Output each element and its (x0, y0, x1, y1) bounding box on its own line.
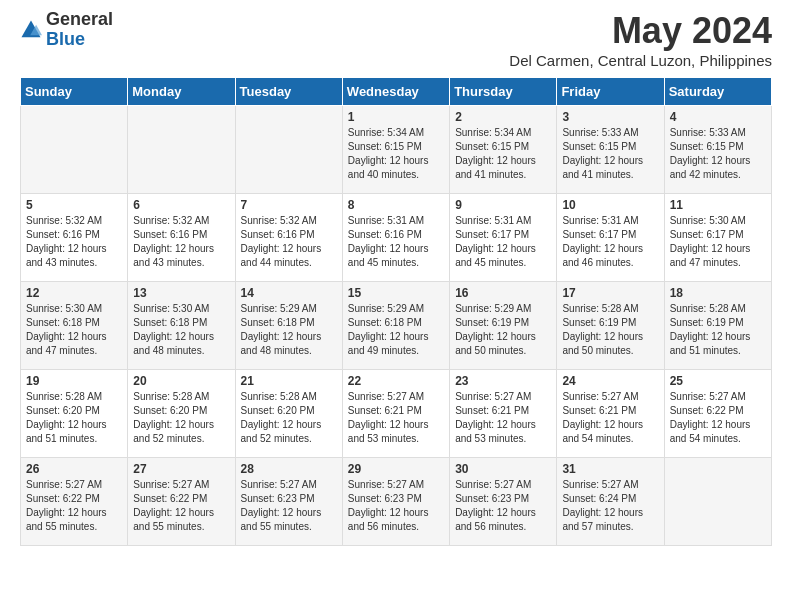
calendar-cell-w4-d2: 21Sunrise: 5:28 AMSunset: 6:20 PMDayligh… (235, 370, 342, 458)
day-number: 5 (26, 198, 122, 212)
day-number: 10 (562, 198, 658, 212)
header-sunday: Sunday (21, 78, 128, 106)
calendar-cell-w5-d1: 27Sunrise: 5:27 AMSunset: 6:22 PMDayligh… (128, 458, 235, 546)
day-info: Sunrise: 5:32 AMSunset: 6:16 PMDaylight:… (26, 214, 122, 270)
day-info: Sunrise: 5:33 AMSunset: 6:15 PMDaylight:… (670, 126, 766, 182)
day-info: Sunrise: 5:31 AMSunset: 6:17 PMDaylight:… (455, 214, 551, 270)
day-info: Sunrise: 5:30 AMSunset: 6:18 PMDaylight:… (26, 302, 122, 358)
day-number: 14 (241, 286, 337, 300)
day-info: Sunrise: 5:27 AMSunset: 6:22 PMDaylight:… (670, 390, 766, 446)
day-info: Sunrise: 5:28 AMSunset: 6:19 PMDaylight:… (670, 302, 766, 358)
day-info: Sunrise: 5:34 AMSunset: 6:15 PMDaylight:… (348, 126, 444, 182)
day-number: 9 (455, 198, 551, 212)
day-info: Sunrise: 5:32 AMSunset: 6:16 PMDaylight:… (133, 214, 229, 270)
day-number: 28 (241, 462, 337, 476)
calendar-cell-w4-d4: 23Sunrise: 5:27 AMSunset: 6:21 PMDayligh… (450, 370, 557, 458)
calendar-cell-w2-d2: 7Sunrise: 5:32 AMSunset: 6:16 PMDaylight… (235, 194, 342, 282)
day-info: Sunrise: 5:30 AMSunset: 6:17 PMDaylight:… (670, 214, 766, 270)
day-number: 3 (562, 110, 658, 124)
day-info: Sunrise: 5:27 AMSunset: 6:21 PMDaylight:… (562, 390, 658, 446)
day-info: Sunrise: 5:27 AMSunset: 6:21 PMDaylight:… (348, 390, 444, 446)
day-number: 31 (562, 462, 658, 476)
day-number: 17 (562, 286, 658, 300)
day-info: Sunrise: 5:27 AMSunset: 6:23 PMDaylight:… (241, 478, 337, 534)
day-info: Sunrise: 5:28 AMSunset: 6:20 PMDaylight:… (133, 390, 229, 446)
logo-icon (20, 19, 42, 41)
day-info: Sunrise: 5:28 AMSunset: 6:19 PMDaylight:… (562, 302, 658, 358)
day-info: Sunrise: 5:27 AMSunset: 6:24 PMDaylight:… (562, 478, 658, 534)
calendar-cell-w1-d1 (128, 106, 235, 194)
day-number: 18 (670, 286, 766, 300)
calendar-cell-w4-d1: 20Sunrise: 5:28 AMSunset: 6:20 PMDayligh… (128, 370, 235, 458)
header-wednesday: Wednesday (342, 78, 449, 106)
day-number: 15 (348, 286, 444, 300)
calendar-cell-w2-d0: 5Sunrise: 5:32 AMSunset: 6:16 PMDaylight… (21, 194, 128, 282)
day-number: 2 (455, 110, 551, 124)
day-info: Sunrise: 5:29 AMSunset: 6:18 PMDaylight:… (241, 302, 337, 358)
calendar-cell-w5-d6 (664, 458, 771, 546)
day-info: Sunrise: 5:31 AMSunset: 6:16 PMDaylight:… (348, 214, 444, 270)
calendar-cell-w2-d4: 9Sunrise: 5:31 AMSunset: 6:17 PMDaylight… (450, 194, 557, 282)
day-info: Sunrise: 5:30 AMSunset: 6:18 PMDaylight:… (133, 302, 229, 358)
day-info: Sunrise: 5:27 AMSunset: 6:22 PMDaylight:… (26, 478, 122, 534)
day-number: 26 (26, 462, 122, 476)
day-info: Sunrise: 5:27 AMSunset: 6:22 PMDaylight:… (133, 478, 229, 534)
calendar-cell-w2-d3: 8Sunrise: 5:31 AMSunset: 6:16 PMDaylight… (342, 194, 449, 282)
header-saturday: Saturday (664, 78, 771, 106)
day-info: Sunrise: 5:28 AMSunset: 6:20 PMDaylight:… (241, 390, 337, 446)
calendar-cell-w2-d6: 11Sunrise: 5:30 AMSunset: 6:17 PMDayligh… (664, 194, 771, 282)
calendar-cell-w3-d0: 12Sunrise: 5:30 AMSunset: 6:18 PMDayligh… (21, 282, 128, 370)
day-info: Sunrise: 5:31 AMSunset: 6:17 PMDaylight:… (562, 214, 658, 270)
calendar-body: 1Sunrise: 5:34 AMSunset: 6:15 PMDaylight… (21, 106, 772, 546)
day-number: 12 (26, 286, 122, 300)
day-number: 19 (26, 374, 122, 388)
calendar-table: Sunday Monday Tuesday Wednesday Thursday… (20, 77, 772, 546)
header-row: Sunday Monday Tuesday Wednesday Thursday… (21, 78, 772, 106)
calendar-cell-w3-d3: 15Sunrise: 5:29 AMSunset: 6:18 PMDayligh… (342, 282, 449, 370)
title-section: May 2024 Del Carmen, Central Luzon, Phil… (509, 10, 772, 69)
header-thursday: Thursday (450, 78, 557, 106)
day-info: Sunrise: 5:27 AMSunset: 6:23 PMDaylight:… (348, 478, 444, 534)
day-number: 21 (241, 374, 337, 388)
day-number: 20 (133, 374, 229, 388)
week-row-4: 19Sunrise: 5:28 AMSunset: 6:20 PMDayligh… (21, 370, 772, 458)
day-info: Sunrise: 5:29 AMSunset: 6:18 PMDaylight:… (348, 302, 444, 358)
calendar-cell-w3-d4: 16Sunrise: 5:29 AMSunset: 6:19 PMDayligh… (450, 282, 557, 370)
calendar-cell-w5-d2: 28Sunrise: 5:27 AMSunset: 6:23 PMDayligh… (235, 458, 342, 546)
week-row-2: 5Sunrise: 5:32 AMSunset: 6:16 PMDaylight… (21, 194, 772, 282)
day-number: 7 (241, 198, 337, 212)
logo: General Blue (20, 10, 113, 50)
day-info: Sunrise: 5:27 AMSunset: 6:21 PMDaylight:… (455, 390, 551, 446)
day-number: 27 (133, 462, 229, 476)
day-number: 16 (455, 286, 551, 300)
calendar-cell-w3-d2: 14Sunrise: 5:29 AMSunset: 6:18 PMDayligh… (235, 282, 342, 370)
day-number: 30 (455, 462, 551, 476)
calendar-cell-w4-d3: 22Sunrise: 5:27 AMSunset: 6:21 PMDayligh… (342, 370, 449, 458)
logo-blue: Blue (46, 30, 113, 50)
header-tuesday: Tuesday (235, 78, 342, 106)
calendar-cell-w4-d5: 24Sunrise: 5:27 AMSunset: 6:21 PMDayligh… (557, 370, 664, 458)
calendar-cell-w5-d4: 30Sunrise: 5:27 AMSunset: 6:23 PMDayligh… (450, 458, 557, 546)
logo-general: General (46, 10, 113, 30)
calendar-cell-w5-d5: 31Sunrise: 5:27 AMSunset: 6:24 PMDayligh… (557, 458, 664, 546)
day-number: 22 (348, 374, 444, 388)
week-row-1: 1Sunrise: 5:34 AMSunset: 6:15 PMDaylight… (21, 106, 772, 194)
calendar-cell-w1-d6: 4Sunrise: 5:33 AMSunset: 6:15 PMDaylight… (664, 106, 771, 194)
day-number: 13 (133, 286, 229, 300)
calendar-cell-w5-d3: 29Sunrise: 5:27 AMSunset: 6:23 PMDayligh… (342, 458, 449, 546)
week-row-5: 26Sunrise: 5:27 AMSunset: 6:22 PMDayligh… (21, 458, 772, 546)
day-info: Sunrise: 5:33 AMSunset: 6:15 PMDaylight:… (562, 126, 658, 182)
calendar-cell-w1-d4: 2Sunrise: 5:34 AMSunset: 6:15 PMDaylight… (450, 106, 557, 194)
day-number: 29 (348, 462, 444, 476)
day-number: 25 (670, 374, 766, 388)
month-year-title: May 2024 (509, 10, 772, 52)
calendar-cell-w4-d6: 25Sunrise: 5:27 AMSunset: 6:22 PMDayligh… (664, 370, 771, 458)
day-number: 23 (455, 374, 551, 388)
calendar-cell-w5-d0: 26Sunrise: 5:27 AMSunset: 6:22 PMDayligh… (21, 458, 128, 546)
day-info: Sunrise: 5:28 AMSunset: 6:20 PMDaylight:… (26, 390, 122, 446)
day-number: 11 (670, 198, 766, 212)
calendar-cell-w1-d0 (21, 106, 128, 194)
header-friday: Friday (557, 78, 664, 106)
week-row-3: 12Sunrise: 5:30 AMSunset: 6:18 PMDayligh… (21, 282, 772, 370)
logo-text: General Blue (46, 10, 113, 50)
